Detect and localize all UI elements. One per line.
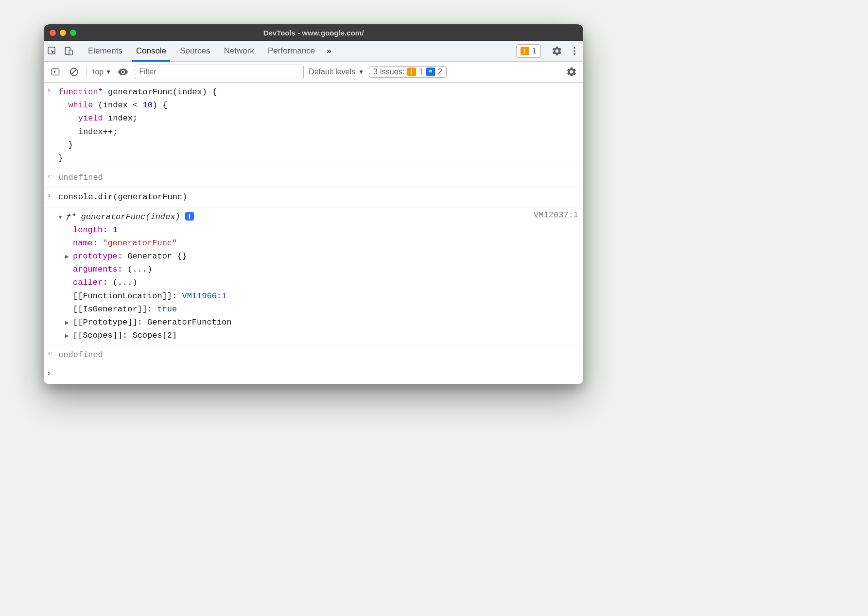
return-value: undefined bbox=[58, 171, 578, 184]
console-input-row[interactable]: › function* generatorFunc(index) { while… bbox=[44, 83, 583, 168]
info-badge-icon[interactable]: i bbox=[185, 212, 194, 221]
output-marker-icon: ‹· bbox=[48, 348, 58, 361]
code-line: console.dir(generatorFunc) bbox=[58, 190, 578, 204]
disclosure-closed-icon[interactable]: ▶ bbox=[65, 318, 73, 328]
disclosure-closed-icon[interactable]: ▶ bbox=[65, 252, 73, 262]
tab-sources[interactable]: Sources bbox=[173, 41, 217, 61]
chevron-down-icon: ▼ bbox=[358, 68, 364, 75]
log-levels-selector[interactable]: Default levels ▼ bbox=[309, 68, 364, 76]
console-output-row: ‹· undefined bbox=[44, 345, 583, 365]
console-toolbar: top ▼ Default levels ▼ 3 Issues: ! 1 2 bbox=[44, 62, 583, 83]
clear-console-icon[interactable] bbox=[67, 65, 81, 79]
warning-icon: ! bbox=[521, 47, 529, 55]
main-tabbar: Elements Console Sources Network Perform… bbox=[44, 41, 583, 62]
titlebar: DevTools - www.google.com/ bbox=[44, 24, 583, 41]
svg-point-4 bbox=[573, 50, 575, 52]
ellipsis-getter[interactable]: (...) bbox=[127, 265, 152, 274]
console-settings-gear-icon[interactable] bbox=[565, 65, 578, 79]
console-body: › function* generatorFunc(index) { while… bbox=[44, 83, 583, 384]
tab-elements[interactable]: Elements bbox=[81, 41, 129, 61]
prompt-marker-icon: › bbox=[48, 368, 58, 381]
devtools-window: { "title": "DevTools - www.google.com/",… bbox=[44, 24, 583, 384]
top-issues-button[interactable]: ! 1 bbox=[516, 44, 541, 58]
tab-network[interactable]: Network bbox=[217, 41, 261, 61]
context-selector[interactable]: top ▼ bbox=[93, 68, 111, 76]
console-prompt-row[interactable]: › bbox=[44, 365, 583, 384]
live-expressions-icon[interactable] bbox=[116, 65, 130, 79]
console-prompt-input[interactable] bbox=[58, 368, 578, 381]
warning-count: 1 bbox=[419, 68, 423, 76]
code-block: function* generatorFunc(index) { while (… bbox=[58, 86, 578, 165]
console-output-row: ‹· undefined bbox=[44, 168, 583, 188]
chevron-down-icon: ▼ bbox=[105, 68, 111, 75]
separator bbox=[546, 44, 546, 58]
svg-line-8 bbox=[71, 69, 76, 74]
tab-performance[interactable]: Performance bbox=[261, 41, 322, 61]
inspect-element-icon[interactable] bbox=[44, 41, 60, 61]
warning-icon: ! bbox=[407, 68, 416, 76]
more-menu-icon[interactable] bbox=[566, 41, 583, 61]
settings-gear-icon[interactable] bbox=[548, 41, 566, 61]
return-value: undefined bbox=[58, 348, 578, 361]
svg-rect-9 bbox=[428, 69, 433, 73]
input-marker-icon: › bbox=[48, 190, 58, 204]
window-title: DevTools - www.google.com/ bbox=[44, 29, 583, 37]
levels-label: Default levels bbox=[309, 68, 355, 76]
info-icon bbox=[426, 68, 435, 76]
info-count: 2 bbox=[438, 68, 442, 76]
svg-rect-2 bbox=[69, 50, 72, 55]
filter-input[interactable] bbox=[135, 65, 304, 79]
object-tree: ▼ƒ* generatorFunc(index) i length: 1 nam… bbox=[58, 210, 534, 342]
ellipsis-getter[interactable]: (...) bbox=[113, 278, 138, 287]
tabs-overflow-button[interactable]: » bbox=[322, 41, 336, 61]
console-input-row[interactable]: › console.dir(generatorFunc) bbox=[44, 188, 583, 207]
panel-tabs: Elements Console Sources Network Perform… bbox=[81, 41, 336, 61]
input-marker-icon: › bbox=[48, 86, 58, 165]
console-dir-output: ▼ƒ* generatorFunc(index) i length: 1 nam… bbox=[44, 207, 583, 346]
device-toolbar-icon[interactable] bbox=[60, 41, 77, 61]
show-console-sidebar-icon[interactable] bbox=[49, 65, 62, 79]
svg-point-5 bbox=[573, 53, 575, 55]
context-label: top bbox=[93, 68, 104, 76]
svg-point-3 bbox=[573, 47, 575, 49]
separator bbox=[87, 66, 87, 78]
issues-label: 3 Issues: bbox=[373, 68, 404, 76]
filter-box bbox=[135, 65, 304, 79]
tab-console[interactable]: Console bbox=[129, 41, 173, 61]
output-marker-icon: ‹· bbox=[48, 171, 58, 184]
separator bbox=[79, 44, 79, 58]
issues-counter[interactable]: 3 Issues: ! 1 2 bbox=[369, 66, 447, 78]
source-link[interactable]: VM12037:1 bbox=[534, 210, 578, 220]
disclosure-open-icon[interactable]: ▼ bbox=[58, 213, 66, 223]
disclosure-closed-icon[interactable]: ▶ bbox=[65, 331, 73, 342]
source-location-link[interactable]: VM11966:1 bbox=[182, 291, 226, 301]
issues-count: 1 bbox=[532, 46, 537, 56]
